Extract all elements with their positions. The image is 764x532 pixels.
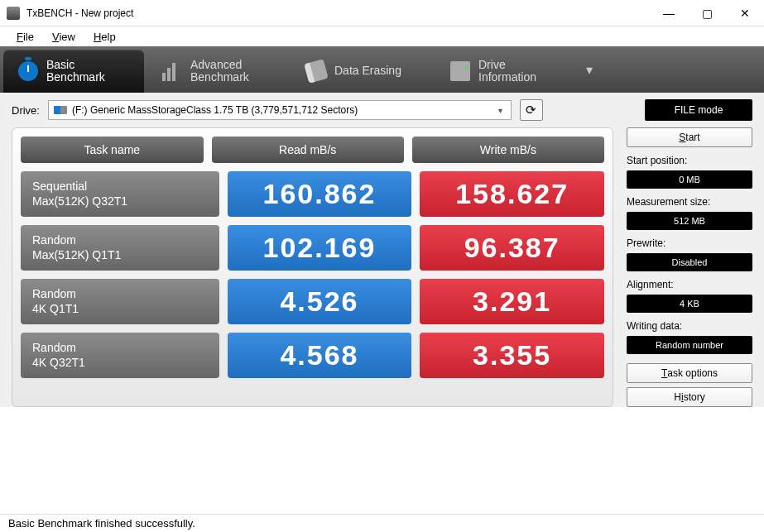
writing-data-label: Writing data: — [627, 317, 752, 332]
alignment-label: Alignment: — [627, 276, 752, 290]
menu-bar: File View Help — [0, 26, 764, 46]
task-options-button[interactable]: Task options — [627, 363, 752, 383]
tab-strip: BasicBenchmark AdvancedBenchmark Data Er… — [0, 46, 764, 93]
drive-icon — [450, 61, 470, 81]
drive-mini-icon — [54, 106, 67, 114]
result-row: Random 4K Q32T1 4.568 3.355 — [21, 333, 604, 378]
read-value-cell: 4.568 — [228, 333, 412, 378]
menu-help[interactable]: Help — [85, 29, 124, 45]
tab-data-erasing[interactable]: Data Erasing — [291, 50, 432, 93]
file-mode-button[interactable]: FILE mode — [645, 99, 752, 121]
title-bar: TxBENCH - New project — ▢ ✕ — [0, 0, 764, 26]
tab-overflow-button[interactable]: ▾ — [578, 46, 601, 93]
task-name-cell[interactable]: Random Max(512K) Q1T1 — [21, 225, 219, 271]
read-value-cell: 102.169 — [228, 225, 412, 271]
result-row: Random 4K Q1T1 4.526 3.291 — [21, 279, 604, 324]
tab-drive-information[interactable]: DriveInformation — [435, 50, 576, 93]
main-content: Task name Read mB/s Write mB/s Sequentia… — [0, 127, 764, 407]
measurement-size-value[interactable]: 512 MB — [627, 212, 752, 230]
window-title: TxBENCH - New project — [26, 7, 133, 19]
write-value-cell: 3.355 — [420, 333, 604, 378]
drive-label: Drive: — [12, 104, 40, 117]
start-position-label: Start position: — [627, 151, 752, 166]
tab-basic-benchmark[interactable]: BasicBenchmark — [3, 50, 144, 93]
eraser-icon — [304, 59, 328, 83]
prewrite-label: Prewrite: — [627, 234, 752, 249]
task-name-cell[interactable]: Sequential Max(512K) Q32T1 — [21, 171, 219, 217]
chevron-down-icon: ▾ — [495, 106, 506, 115]
start-position-value[interactable]: 0 MB — [627, 170, 752, 189]
drive-selector-row: Drive: (F:) Generic MassStorageClass 1.7… — [0, 93, 764, 127]
start-button[interactable]: Start — [627, 127, 752, 147]
drive-selected-text: (F:) Generic MassStorageClass 1.75 TB (3… — [72, 104, 495, 116]
maximize-button[interactable]: ▢ — [688, 0, 726, 26]
status-bar: Basic Benchmark finished successfully. — [0, 514, 764, 532]
result-row: Sequential Max(512K) Q32T1 160.862 158.6… — [21, 171, 604, 217]
result-row: Random Max(512K) Q1T1 102.169 96.387 — [21, 225, 604, 271]
stopwatch-icon — [18, 61, 38, 81]
refresh-icon: ⟳ — [526, 103, 536, 117]
task-name-cell[interactable]: Random 4K Q32T1 — [21, 333, 219, 378]
close-button[interactable]: ✕ — [726, 0, 764, 26]
history-button[interactable]: History — [627, 387, 752, 407]
refresh-button[interactable]: ⟳ — [520, 99, 543, 121]
task-name-cell[interactable]: Random 4K Q1T1 — [21, 279, 219, 324]
measurement-size-label: Measurement size: — [627, 193, 752, 208]
write-value-cell: 3.291 — [420, 279, 604, 324]
read-value-cell: 4.526 — [228, 279, 412, 324]
bar-chart-icon — [162, 61, 182, 81]
benchmark-results-panel: Task name Read mB/s Write mB/s Sequentia… — [12, 127, 613, 407]
tab-advanced-benchmark[interactable]: AdvancedBenchmark — [147, 50, 288, 93]
menu-file[interactable]: File — [8, 29, 42, 45]
minimize-button[interactable]: — — [650, 0, 688, 26]
header-task-name: Task name — [21, 137, 204, 163]
write-value-cell: 96.387 — [420, 225, 604, 271]
header-write: Write mB/s — [412, 137, 604, 163]
side-panel: Start Start position: 0 MB Measurement s… — [627, 127, 752, 407]
app-icon — [7, 7, 20, 20]
write-value-cell: 158.627 — [420, 171, 604, 217]
writing-data-value[interactable]: Random number — [627, 336, 752, 354]
prewrite-value[interactable]: Disabled — [627, 253, 752, 271]
status-text: Basic Benchmark finished successfully. — [8, 517, 195, 530]
menu-view[interactable]: View — [44, 29, 84, 45]
header-read: Read mB/s — [212, 137, 404, 163]
read-value-cell: 160.862 — [228, 171, 412, 217]
drive-select[interactable]: (F:) Generic MassStorageClass 1.75 TB (3… — [48, 100, 512, 120]
alignment-value[interactable]: 4 KB — [627, 295, 752, 313]
results-header-row: Task name Read mB/s Write mB/s — [21, 137, 604, 163]
